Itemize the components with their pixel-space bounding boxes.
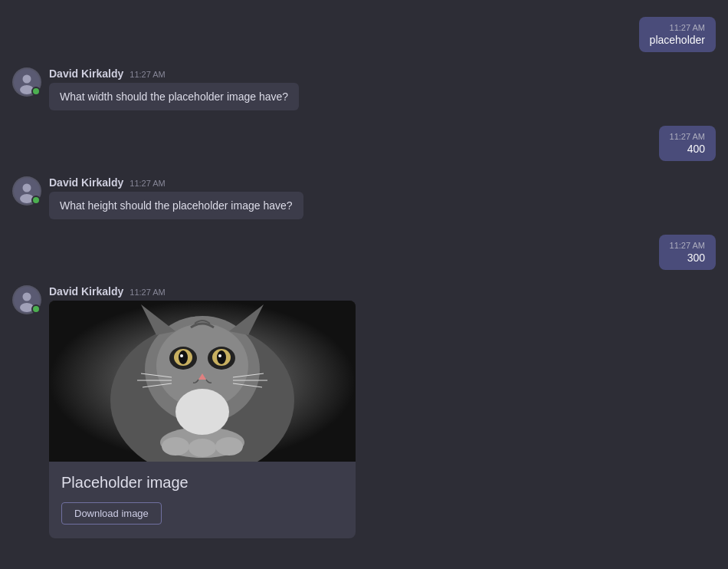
message-time-1: 11:27 AM: [130, 70, 165, 79]
own-text-3: 300: [670, 252, 705, 264]
svg-point-35: [175, 389, 229, 435]
download-image-button[interactable]: Download image: [61, 502, 162, 525]
own-bubble-1: 11:27 AM placeholder: [639, 17, 716, 52]
message-time-3: 11:27 AM: [130, 288, 165, 297]
left-bubble-1: What width should the placeholder image …: [49, 83, 299, 110]
svg-point-22: [180, 354, 183, 357]
message-row-left-1: David Kirkaldy 11:27 AM What width shoul…: [0, 63, 728, 115]
avatar-wrapper-1: [12, 67, 41, 97]
image-card-body: Placeholder image Download image: [49, 462, 356, 538]
svg-point-21: [217, 350, 226, 364]
image-card: Placeholder image Download image: [49, 301, 356, 538]
sender-name-1: David Kirkaldy: [49, 67, 123, 80]
online-badge-3: [31, 304, 41, 314]
own-bubble-2: 11:27 AM 400: [659, 126, 716, 161]
message-row-left-2: David Kirkaldy 11:27 AM What height shou…: [0, 172, 728, 224]
left-wrapper-1: David Kirkaldy 11:27 AM What width shoul…: [12, 67, 299, 110]
message-row-own-3: 11:27 AM 300: [0, 230, 728, 275]
image-card-title: Placeholder image: [61, 474, 343, 492]
message-header-1: David Kirkaldy 11:27 AM: [49, 67, 299, 80]
svg-point-33: [189, 439, 216, 457]
sender-name-3: David Kirkaldy: [49, 285, 123, 298]
left-bubble-2: What height should the placeholder image…: [49, 192, 303, 219]
message-content-2: David Kirkaldy 11:27 AM What height shou…: [49, 176, 303, 219]
left-text-1: What width should the placeholder image …: [60, 90, 288, 103]
svg-point-34: [215, 437, 243, 456]
own-timestamp-2: 11:27 AM: [670, 132, 705, 141]
message-content-1: David Kirkaldy 11:27 AM What width shoul…: [49, 67, 299, 110]
svg-point-20: [179, 350, 188, 364]
avatar-wrapper-3: [12, 285, 41, 314]
own-timestamp-1: 11:27 AM: [650, 23, 705, 32]
image-card-img: [49, 301, 356, 462]
message-row-own-1: 11:27 AM placeholder: [0, 12, 728, 57]
online-badge-2: [31, 196, 41, 205]
svg-point-23: [218, 354, 221, 357]
svg-point-4: [23, 184, 31, 192]
online-badge-1: [31, 87, 41, 96]
svg-point-1: [23, 75, 31, 84]
message-header-3: David Kirkaldy 11:27 AM: [49, 285, 356, 298]
left-wrapper-2: David Kirkaldy 11:27 AM What height shou…: [12, 176, 303, 219]
left-wrapper-3: David Kirkaldy 11:27 AM: [12, 285, 356, 538]
own-text-1: placeholder: [650, 34, 705, 46]
avatar-wrapper-2: [12, 176, 41, 206]
chat-container: 11:27 AM placeholder David Kirkaldy: [0, 0, 728, 569]
message-row-own-2: 11:27 AM 400: [0, 121, 728, 166]
svg-point-32: [162, 437, 189, 456]
message-header-2: David Kirkaldy 11:27 AM: [49, 176, 303, 189]
sender-name-2: David Kirkaldy: [49, 176, 123, 189]
own-bubble-3: 11:27 AM 300: [659, 235, 716, 270]
own-timestamp-3: 11:27 AM: [670, 241, 705, 250]
message-time-2: 11:27 AM: [130, 179, 165, 188]
svg-point-7: [23, 293, 31, 301]
left-text-2: What height should the placeholder image…: [60, 199, 293, 212]
message-row-left-3: David Kirkaldy 11:27 AM: [0, 281, 728, 543]
own-text-2: 400: [670, 143, 705, 155]
message-content-3: David Kirkaldy 11:27 AM: [49, 285, 356, 538]
